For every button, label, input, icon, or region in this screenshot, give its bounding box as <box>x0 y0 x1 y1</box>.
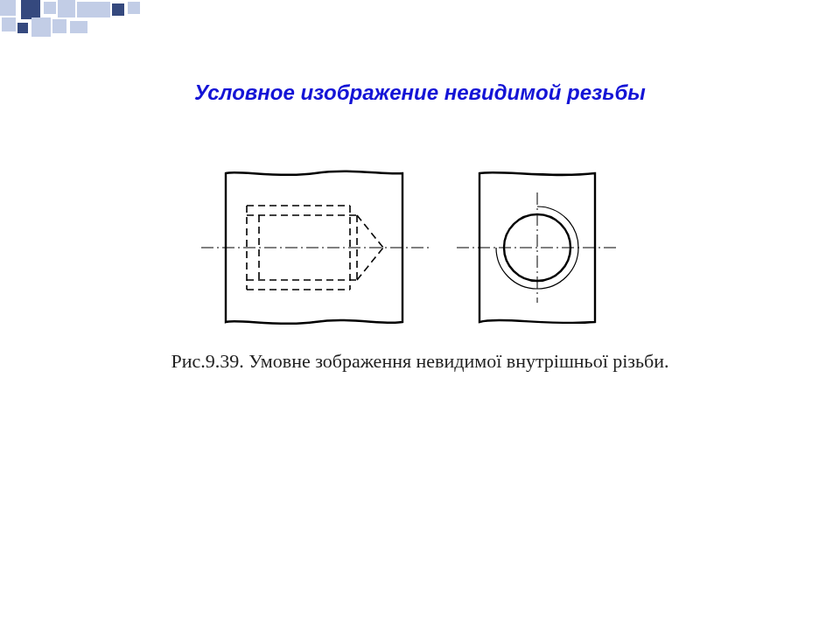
svg-rect-10 <box>52 19 66 33</box>
svg-rect-7 <box>2 18 16 32</box>
svg-rect-0 <box>0 0 16 16</box>
svg-rect-2 <box>44 2 56 14</box>
svg-rect-4 <box>77 2 110 18</box>
svg-rect-6 <box>128 2 140 14</box>
svg-line-22 <box>357 248 383 280</box>
figure-drawing <box>0 158 840 341</box>
svg-rect-9 <box>32 18 51 37</box>
svg-rect-5 <box>112 4 124 16</box>
page-title: Условное изображение невидимой резьбы <box>0 80 840 105</box>
corner-decoration <box>0 0 158 44</box>
svg-line-21 <box>357 215 383 248</box>
svg-rect-1 <box>21 0 40 19</box>
svg-rect-3 <box>58 0 75 18</box>
svg-rect-8 <box>18 23 28 33</box>
figure-caption: Рис.9.39. Умовне зображення невидимої вн… <box>0 350 840 373</box>
svg-rect-11 <box>70 21 88 33</box>
